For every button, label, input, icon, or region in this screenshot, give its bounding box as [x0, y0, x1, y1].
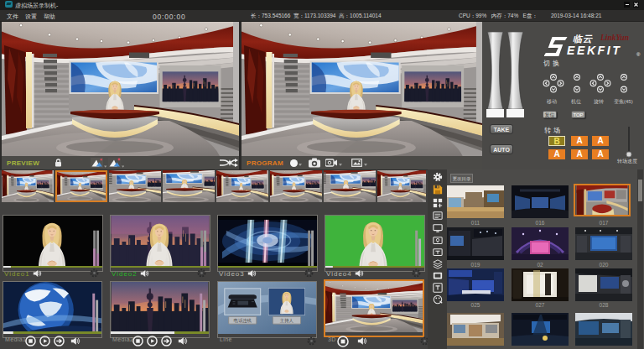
svg-text:EEKFIT: EEKFIT — [567, 44, 621, 57]
svg-text:®: ® — [636, 52, 641, 57]
svg-text:电话连线: 电话连线 — [234, 318, 252, 324]
svg-text:主持人: 主持人 — [280, 318, 294, 324]
